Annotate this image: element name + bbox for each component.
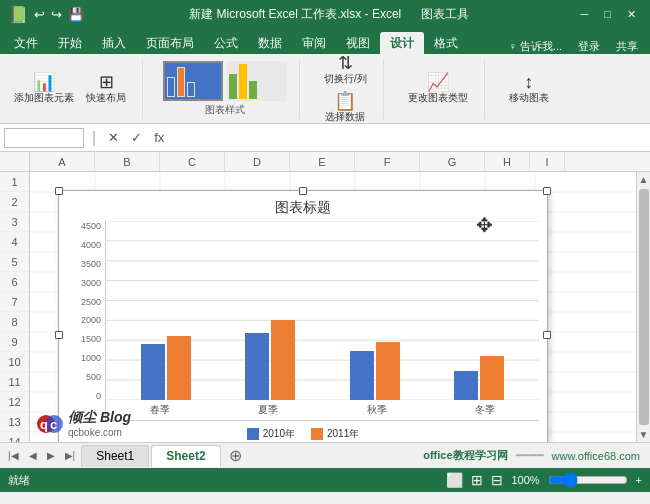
view-pagebreak-icon[interactable]: ⊟ xyxy=(491,472,503,488)
row-4[interactable]: 4 xyxy=(0,232,29,252)
scroll-thumb[interactable] xyxy=(639,189,649,425)
sheet-tab-sheet1[interactable]: Sheet1 xyxy=(81,445,149,467)
switch-rowcol-icon: ⇅ xyxy=(338,54,353,72)
row-13[interactable]: 13 xyxy=(0,412,29,432)
y-label-2000: 2000 xyxy=(81,315,101,325)
col-header-e[interactable]: E xyxy=(290,152,355,171)
y-label-2500: 2500 xyxy=(81,297,101,307)
minimize-button[interactable]: ─ xyxy=(575,6,595,22)
x-labels: 春季 夏季 秋季 冬季 xyxy=(106,400,539,420)
zoom-slider[interactable] xyxy=(548,472,628,488)
row-6[interactable]: 6 xyxy=(0,272,29,292)
resize-handle-l[interactable] xyxy=(55,331,63,339)
change-chart-type-button[interactable]: 📈 更改图表类型 xyxy=(404,71,472,107)
view-layout-icon[interactable]: ⊞ xyxy=(471,472,483,488)
row-1[interactable]: 1 xyxy=(0,172,29,192)
tab-layout[interactable]: 页面布局 xyxy=(136,32,204,54)
tab-review[interactable]: 审阅 xyxy=(292,32,336,54)
view-normal-icon[interactable]: ⬜ xyxy=(446,472,463,488)
scrollbar-vertical[interactable]: ▲ ▼ xyxy=(636,172,650,442)
scroll-down-button[interactable]: ▼ xyxy=(637,427,650,442)
row-8[interactable]: 8 xyxy=(0,312,29,332)
tab-data[interactable]: 数据 xyxy=(248,32,292,54)
cells-grid[interactable]: 图表标题 ✥ 4500 4000 3500 3000 2500 2000 150… xyxy=(30,172,650,442)
switch-row-col-button[interactable]: ⇅ 切换行/列 xyxy=(320,52,371,88)
row-14[interactable]: 14 xyxy=(0,432,29,442)
tab-formula[interactable]: 公式 xyxy=(204,32,248,54)
quick-access-redo[interactable]: ↪ xyxy=(51,7,62,22)
col-header-b[interactable]: B xyxy=(95,152,160,171)
sheet-tabs-right: office教程学习网 ━━━━ www.office68.com xyxy=(423,448,646,463)
y-label-4000: 4000 xyxy=(81,240,101,250)
add-chart-element-icon: 📊 xyxy=(33,73,55,91)
sheet-nav-last[interactable]: ▶| xyxy=(61,449,80,462)
chart-style-1[interactable] xyxy=(163,61,223,101)
formula-input[interactable] xyxy=(172,129,646,147)
add-sheet-button[interactable]: ⊕ xyxy=(223,446,248,465)
resize-handle-tl[interactable] xyxy=(55,187,63,195)
tab-insert[interactable]: 插入 xyxy=(92,32,136,54)
ribbon-tabs: 文件 开始 插入 页面布局 公式 数据 审阅 视图 设计 格式 ♀ 告诉我...… xyxy=(0,28,650,54)
move-chart-button[interactable]: ↕ 移动图表 xyxy=(505,71,553,107)
bar-winter-2010 xyxy=(454,371,478,400)
office-url-label: www.office68.com xyxy=(552,450,640,462)
col-header-a[interactable]: A xyxy=(30,152,95,171)
close-button[interactable]: ✕ xyxy=(621,6,642,23)
confirm-formula-icon[interactable]: ✓ xyxy=(127,130,146,145)
row-2[interactable]: 2 xyxy=(0,192,29,212)
tab-view[interactable]: 视图 xyxy=(336,32,380,54)
scrollbar-horizontal[interactable]: ━━━━ xyxy=(516,449,544,462)
sheet-tab-sheet2[interactable]: Sheet2 xyxy=(151,445,220,467)
name-box[interactable]: 图表 1 xyxy=(4,128,84,148)
maximize-button[interactable]: □ xyxy=(598,6,617,22)
col-header-h[interactable]: H xyxy=(485,152,530,171)
row-3[interactable]: 3 xyxy=(0,212,29,232)
quick-access-undo[interactable]: ↩ xyxy=(34,7,45,22)
tab-file[interactable]: 文件 xyxy=(4,32,48,54)
cancel-formula-icon[interactable]: ✕ xyxy=(104,130,123,145)
fx-icon[interactable]: fx xyxy=(150,130,168,145)
col-header-f[interactable]: F xyxy=(355,152,420,171)
row-10[interactable]: 10 xyxy=(0,352,29,372)
row-5[interactable]: 5 xyxy=(0,252,29,272)
legend-label-2010: 2010年 xyxy=(263,427,295,441)
sheet-nav-next[interactable]: ▶ xyxy=(43,449,59,462)
ribbon-group-chart-layouts: 📊 添加图表元素 ⊞ 快速布局 xyxy=(10,59,143,119)
chart-style-2[interactable] xyxy=(227,61,287,101)
select-data-button[interactable]: 📋 选择数据 xyxy=(321,90,369,126)
col-header-i[interactable]: I xyxy=(530,152,565,171)
ribbon-content: 📊 添加图表元素 ⊞ 快速布局 图表样式 ⇅ 切 xyxy=(0,54,650,124)
sheet-nav-prev[interactable]: ◀ xyxy=(25,449,41,462)
quick-layout-button[interactable]: ⊞ 快速布局 xyxy=(82,71,130,107)
resize-handle-t[interactable] xyxy=(299,187,307,195)
col-header-d[interactable]: D xyxy=(225,152,290,171)
status-bar-right: ⬜ ⊞ ⊟ 100% + xyxy=(446,472,642,488)
resize-handle-tr[interactable] xyxy=(543,187,551,195)
col-header-c[interactable]: C xyxy=(160,152,225,171)
zoom-level: 100% xyxy=(511,474,539,486)
tell-me-input[interactable]: ♀ 告诉我... xyxy=(501,39,570,54)
y-label-0: 0 xyxy=(96,391,101,401)
sheet-nav-first[interactable]: |◀ xyxy=(4,449,23,462)
title-bar-controls: ─ □ ✕ xyxy=(575,6,642,23)
add-element-button[interactable]: 📊 添加图表元素 xyxy=(10,71,78,107)
row-11[interactable]: 11 xyxy=(0,372,29,392)
tab-start[interactable]: 开始 xyxy=(48,32,92,54)
quick-access-save[interactable]: 💾 xyxy=(68,7,84,22)
col-header-g[interactable]: G xyxy=(420,152,485,171)
chart-styles-label: 图表样式 xyxy=(205,103,245,117)
scroll-up-button[interactable]: ▲ xyxy=(637,172,650,187)
bar-group-winter xyxy=(454,356,504,400)
tab-format[interactable]: 格式 xyxy=(424,32,468,54)
share-button[interactable]: 共享 xyxy=(608,39,646,54)
sheet-tabs-left: |◀ ◀ ▶ ▶| Sheet1 Sheet2 ⊕ xyxy=(4,445,248,467)
row-9[interactable]: 9 xyxy=(0,332,29,352)
ribbon-group-move: ↕ 移动图表 xyxy=(505,71,553,107)
bar-group-autumn xyxy=(350,342,400,400)
row-7[interactable]: 7 xyxy=(0,292,29,312)
login-button[interactable]: 登录 xyxy=(570,39,608,54)
tab-design[interactable]: 设计 xyxy=(380,32,424,54)
row-12[interactable]: 12 xyxy=(0,392,29,412)
resize-handle-r[interactable] xyxy=(543,331,551,339)
zoom-in-icon[interactable]: + xyxy=(636,474,642,486)
